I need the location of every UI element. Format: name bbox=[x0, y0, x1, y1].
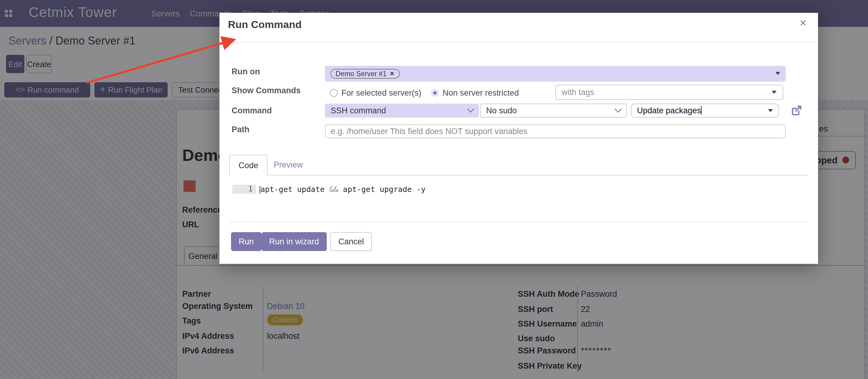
dropdown-caret-icon[interactable] bbox=[772, 91, 777, 94]
command-type-select[interactable]: SSH command bbox=[324, 103, 479, 117]
text-cursor bbox=[701, 106, 702, 115]
tab-code[interactable]: Code bbox=[229, 155, 268, 176]
run-in-wizard-button[interactable]: Run in wizard bbox=[261, 232, 327, 251]
select-chevron-icon[interactable] bbox=[614, 106, 621, 113]
external-link-icon[interactable] bbox=[790, 105, 802, 116]
select-chevron-icon[interactable] bbox=[467, 106, 474, 113]
run-on-label: Run on bbox=[231, 67, 260, 76]
tag-remove-icon[interactable]: ✕ bbox=[390, 70, 394, 77]
radio-selected-servers[interactable]: For selected server(s) bbox=[330, 88, 422, 97]
show-commands-label: Show Commands bbox=[231, 86, 301, 95]
dropdown-caret-icon[interactable] bbox=[768, 109, 773, 112]
server-tag[interactable]: Demo Server #1 ✕ bbox=[330, 68, 400, 78]
code-editor-line[interactable]: apt-get update && apt-get upgrade -y bbox=[260, 185, 426, 194]
cancel-button[interactable]: Cancel bbox=[330, 232, 372, 251]
radio-off-icon[interactable] bbox=[330, 89, 338, 97]
radio-on-icon[interactable] bbox=[431, 89, 439, 97]
tags-filter-select[interactable]: with tags bbox=[555, 85, 783, 100]
close-icon[interactable]: × bbox=[800, 17, 806, 28]
path-label: Path bbox=[231, 125, 250, 134]
run-on-field[interactable]: Demo Server #1 ✕ bbox=[324, 65, 785, 81]
run-command-modal: Run Command × Run on Demo Server #1 ✕ Sh… bbox=[219, 12, 818, 264]
dropdown-caret-icon[interactable] bbox=[775, 72, 780, 75]
run-button[interactable]: Run bbox=[231, 232, 262, 251]
radio-non-restricted[interactable]: Non server restricted bbox=[431, 88, 519, 97]
modal-header-divider bbox=[219, 42, 818, 43]
path-input[interactable]: e.g. /home/user This field does NOT supp… bbox=[324, 124, 785, 138]
path-placeholder: e.g. /home/user This field does NOT supp… bbox=[331, 127, 528, 136]
screen: Cetmix Tower Servers Commands Files Tool… bbox=[0, 0, 868, 379]
code-line-number: 1 bbox=[232, 184, 256, 194]
command-label: Command bbox=[231, 106, 272, 115]
modal-title: Run Command bbox=[228, 19, 302, 31]
tab-preview[interactable]: Preview bbox=[270, 155, 307, 174]
command-combobox[interactable]: Update packages bbox=[631, 103, 779, 117]
modal-footer-divider bbox=[229, 222, 808, 222]
tab-strip-divider bbox=[229, 175, 808, 175]
sudo-select[interactable]: No sudo bbox=[480, 103, 626, 117]
